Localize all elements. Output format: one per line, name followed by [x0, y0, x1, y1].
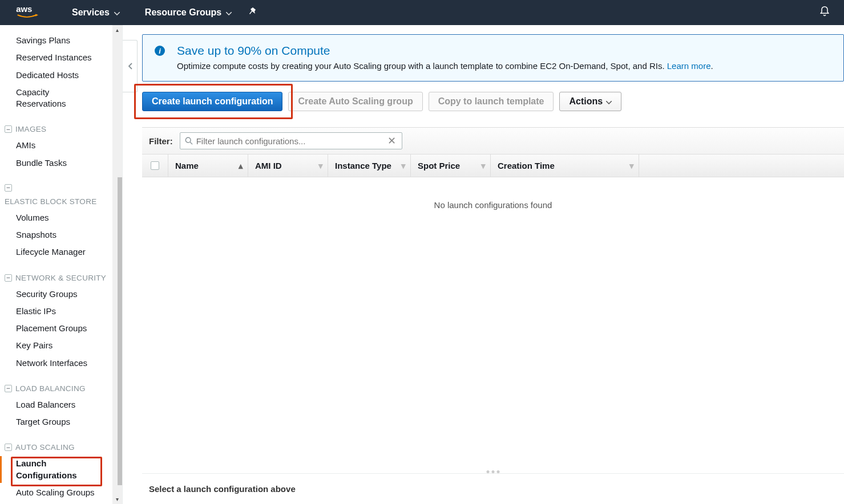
collapse-icon[interactable]: −	[5, 274, 12, 282]
sidebar-item-network-interfaces[interactable]: Network Interfaces	[5, 355, 122, 372]
sidebar-scrollbar[interactable]: ▴ ▾	[112, 25, 122, 504]
sidebar-section-network: − NETWORK & SECURITY	[5, 274, 122, 282]
services-label: Services	[72, 7, 110, 18]
sidebar-item-lifecycle-manager[interactable]: Lifecycle Manager	[5, 243, 122, 261]
column-name[interactable]: Name ▴	[168, 155, 248, 177]
collapse-icon[interactable]: −	[5, 184, 12, 192]
sort-asc-icon: ▴	[239, 161, 243, 171]
sidebar-section-lb: − LOAD BALANCING	[5, 384, 122, 393]
sidebar-section-label: IMAGES	[15, 125, 46, 133]
svg-text:aws: aws	[16, 5, 32, 14]
banner-title: Save up to 90% on Compute	[177, 44, 713, 58]
sidebar-section-label: AUTO SCALING	[15, 443, 75, 452]
sidebar-section-auto-scaling: − AUTO SCALING	[5, 443, 122, 452]
filter-input[interactable]	[196, 136, 386, 146]
sidebar-section-images: − IMAGES	[5, 125, 122, 133]
detail-panel: Select a launch configuration above	[142, 474, 844, 504]
sidebar-item-placement-groups[interactable]: Placement Groups	[5, 320, 122, 337]
sidebar: Savings Plans Reserved Instances Dedicat…	[0, 25, 123, 504]
sort-icon: ▾	[318, 161, 323, 171]
sort-icon: ▾	[629, 161, 634, 171]
sidebar-section-blank: −	[5, 184, 122, 192]
create-auto-scaling-group-button: Create Auto Scaling group	[288, 92, 422, 111]
column-spot-price[interactable]: Spot Price ▾	[411, 155, 491, 177]
collapse-icon[interactable]: −	[5, 125, 12, 133]
banner-body: Optimize compute costs by creating your …	[177, 61, 713, 71]
sidebar-item-reserved-instances[interactable]: Reserved Instances	[5, 49, 122, 66]
notifications-icon[interactable]	[819, 6, 830, 19]
sidebar-item-security-groups[interactable]: Security Groups	[5, 286, 122, 303]
sidebar-section-label: LOAD BALANCING	[15, 384, 86, 393]
empty-message: No launch configurations found	[142, 177, 844, 233]
sidebar-item-key-pairs[interactable]: Key Pairs	[5, 337, 122, 354]
services-menu[interactable]: Services	[72, 7, 120, 18]
sidebar-item-elastic-ips[interactable]: Elastic IPs	[5, 303, 122, 320]
column-instance-type[interactable]: Instance Type ▾	[328, 155, 411, 177]
main-content: i Save up to 90% on Compute Optimize com…	[138, 25, 844, 504]
create-launch-configuration-button[interactable]: Create launch configuration	[142, 92, 282, 111]
resource-groups-menu[interactable]: Resource Groups	[145, 7, 232, 18]
sidebar-item-load-balancers[interactable]: Load Balancers	[5, 396, 122, 413]
sidebar-item-launch-configurations[interactable]: Launch Configurations	[5, 455, 90, 484]
sort-icon: ▾	[401, 161, 406, 171]
sidebar-item-savings-plans[interactable]: Savings Plans	[5, 32, 122, 49]
filter-label: Filter:	[149, 136, 173, 146]
sidebar-item-target-groups[interactable]: Target Groups	[5, 413, 122, 430]
sidebar-section-label: ELASTIC BLOCK STORE	[5, 197, 97, 206]
info-banner: i Save up to 90% on Compute Optimize com…	[142, 34, 844, 82]
sidebar-section-ebs: ELASTIC BLOCK STORE	[5, 197, 122, 206]
actions-menu-button[interactable]: Actions	[559, 92, 621, 111]
copy-to-launch-template-button: Copy to launch template	[429, 92, 554, 111]
table-body: No launch configurations found	[142, 177, 844, 474]
detail-message: Select a launch configuration above	[149, 484, 296, 494]
scroll-thumb[interactable]	[118, 177, 123, 485]
svg-text:i: i	[159, 47, 161, 55]
sidebar-collapse-button[interactable]	[123, 40, 138, 92]
action-bar: Create launch configuration Create Auto …	[142, 92, 844, 111]
resource-groups-label: Resource Groups	[145, 7, 221, 18]
sidebar-item-bundle-tasks[interactable]: Bundle Tasks	[5, 155, 122, 172]
chevron-down-icon	[114, 7, 120, 18]
sidebar-section-label: NETWORK & SECURITY	[15, 274, 106, 282]
actions-label: Actions	[569, 96, 603, 107]
sort-icon: ▾	[481, 161, 486, 171]
table-header: Name ▴ AMI ID ▾ Instance Type ▾ Spot Pri…	[142, 155, 844, 177]
column-creation-time[interactable]: Creation Time ▾	[491, 155, 639, 177]
chevron-down-icon	[606, 96, 612, 107]
scroll-down-icon[interactable]: ▾	[112, 494, 122, 504]
aws-logo[interactable]: aws	[14, 4, 47, 21]
sidebar-item-amis[interactable]: AMIs	[5, 137, 122, 154]
collapse-icon[interactable]: −	[5, 385, 12, 392]
info-icon: i	[154, 45, 165, 71]
filter-input-wrapper[interactable]: ✕	[180, 132, 402, 149]
svg-line-4	[190, 142, 192, 144]
clear-filter-icon[interactable]: ✕	[386, 135, 397, 147]
search-icon	[185, 137, 193, 145]
sidebar-item-dedicated-hosts[interactable]: Dedicated Hosts	[5, 67, 122, 84]
chevron-left-icon	[128, 63, 132, 70]
svg-point-3	[185, 137, 191, 143]
resize-handle[interactable]	[487, 470, 500, 473]
collapse-icon[interactable]: −	[5, 444, 12, 451]
learn-more-link[interactable]: Learn more	[667, 61, 711, 71]
select-all-checkbox[interactable]	[151, 161, 159, 170]
sidebar-item-snapshots[interactable]: Snapshots	[5, 226, 122, 243]
top-nav: aws Services Resource Groups	[0, 0, 844, 25]
column-ami-id[interactable]: AMI ID ▾	[248, 155, 328, 177]
sidebar-item-capacity-reservations[interactable]: Capacity Reservations	[5, 84, 96, 113]
filter-bar: Filter: ✕	[142, 127, 844, 155]
scroll-up-icon[interactable]: ▴	[112, 25, 122, 35]
sidebar-item-volumes[interactable]: Volumes	[5, 209, 122, 226]
chevron-down-icon	[226, 7, 232, 18]
pin-icon[interactable]	[249, 7, 258, 18]
sidebar-item-auto-scaling-groups[interactable]: Auto Scaling Groups	[5, 484, 122, 501]
